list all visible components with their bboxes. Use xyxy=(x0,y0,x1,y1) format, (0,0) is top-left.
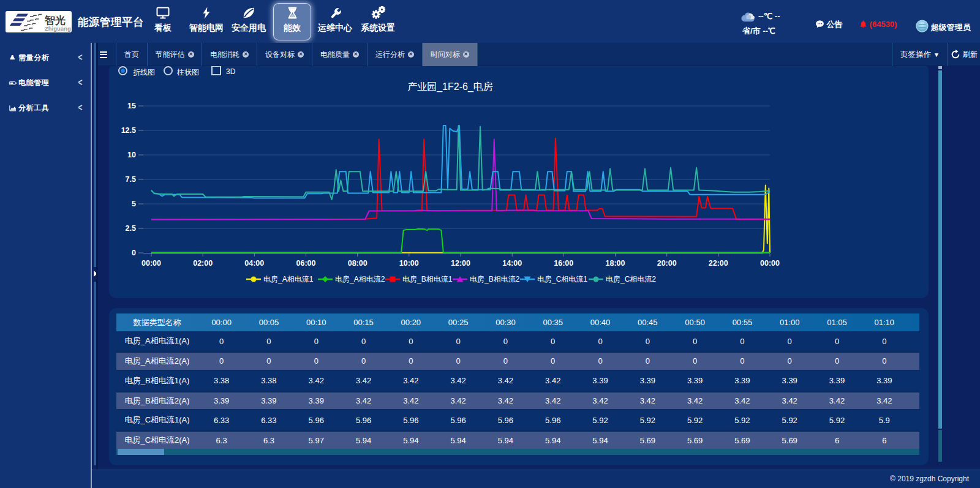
svg-text:5: 5 xyxy=(132,200,136,208)
svg-text:产业园_1F2-6_电房: 产业园_1F2-6_电房 xyxy=(407,81,493,92)
svg-text:20:00: 20:00 xyxy=(657,259,677,268)
svg-text:12.5: 12.5 xyxy=(121,126,136,135)
svg-text:15: 15 xyxy=(127,102,136,110)
svg-text:16:00: 16:00 xyxy=(554,259,573,268)
svg-text:电房_C相电流2: 电房_C相电流2 xyxy=(606,275,656,283)
svg-text:22:00: 22:00 xyxy=(709,259,728,268)
svg-text:电房_B相电流1: 电房_B相电流1 xyxy=(402,275,453,283)
svg-text:0: 0 xyxy=(132,249,136,257)
svg-text:00:00: 00:00 xyxy=(141,259,161,268)
svg-text:14:00: 14:00 xyxy=(502,259,522,268)
svg-text:12:00: 12:00 xyxy=(451,259,470,268)
svg-text:08:00: 08:00 xyxy=(348,259,368,268)
svg-text:7.5: 7.5 xyxy=(126,175,136,184)
svg-text:10: 10 xyxy=(127,151,136,159)
svg-text:06:00: 06:00 xyxy=(296,259,316,268)
svg-text:电房_B相电流2: 电房_B相电流2 xyxy=(470,275,520,283)
svg-text:电房_A相电流1: 电房_A相电流1 xyxy=(263,275,314,283)
svg-text:2.5: 2.5 xyxy=(126,224,136,233)
svg-text:电房_A相电流2: 电房_A相电流2 xyxy=(335,275,385,283)
svg-text:电房_C相电流1: 电房_C相电流1 xyxy=(537,275,587,283)
svg-text:04:00: 04:00 xyxy=(244,259,264,268)
svg-text:Zhiguang: Zhiguang xyxy=(45,25,71,32)
svg-text:02:00: 02:00 xyxy=(193,259,213,268)
svg-text:18:00: 18:00 xyxy=(606,259,625,268)
svg-text:10:00: 10:00 xyxy=(399,259,419,268)
svg-text:00:00: 00:00 xyxy=(760,259,780,268)
